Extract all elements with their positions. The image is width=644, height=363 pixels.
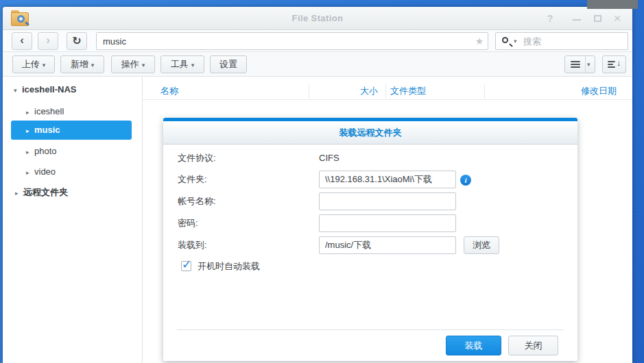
sort-lines-icon	[608, 61, 615, 69]
account-label: 帐号名称:	[178, 195, 216, 208]
back-button[interactable]: ‹	[12, 32, 32, 50]
folder-tree-sidebar: ▾iceshell-NAS ▸iceshell ▸music ▸photo ▸v…	[3, 77, 143, 363]
caret-down-icon: ▾	[191, 62, 195, 68]
column-divider	[385, 84, 386, 99]
window-title: File Station	[3, 7, 632, 30]
window-titlebar[interactable]: File Station ? ×	[3, 7, 632, 30]
sidebar-item-video[interactable]: ▸video	[26, 165, 56, 179]
sort-arrow-icon: ↓	[617, 58, 621, 68]
mount-path-input[interactable]	[319, 236, 456, 254]
sidebar-item-label: music	[34, 125, 60, 135]
background-window-edge	[587, 0, 638, 9]
protocol-value: CIFS	[319, 151, 339, 165]
desktop-background: File Station ? × ‹ › ↻ ★ ▾ 搜索	[0, 0, 644, 363]
list-view-icon	[571, 61, 580, 69]
create-button-label: 新增	[71, 59, 88, 69]
dialog-footer-divider	[177, 329, 564, 330]
create-button[interactable]: 新增▾	[60, 55, 104, 73]
sidebar-item-label: iceshell-NAS	[22, 84, 76, 95]
mount-to-label: 装载到:	[178, 238, 207, 252]
info-icon[interactable]: i	[460, 175, 471, 186]
browse-button[interactable]: 浏览	[464, 236, 499, 254]
maximize-icon[interactable]	[591, 7, 605, 30]
caret-down-icon: ▾	[142, 62, 145, 68]
settings-button[interactable]: 设置	[210, 55, 247, 73]
folder-path-input[interactable]	[319, 171, 456, 188]
close-button[interactable]: 关闭	[508, 336, 558, 355]
file-station-window: File Station ? × ‹ › ↻ ★ ▾ 搜索	[3, 7, 632, 363]
upload-button-label: 上传	[22, 59, 40, 69]
mount-button[interactable]: 装载	[446, 336, 501, 355]
refresh-button[interactable]: ↻	[67, 32, 87, 50]
caret-down-icon: ▾	[91, 62, 95, 68]
forward-button[interactable]: ›	[38, 32, 58, 50]
maximize-glyph	[594, 15, 601, 22]
upload-button[interactable]: 上传▾	[12, 55, 55, 73]
settings-button-label: 设置	[219, 59, 237, 69]
sidebar-item-music[interactable]: ▸music	[11, 121, 132, 140]
file-list-area: 名称 大小 文件类型 修改日期 装载远程文件夹 文件协议: CIFS 文件夹:	[143, 77, 632, 363]
sidebar-item-label: iceshell	[34, 106, 64, 116]
search-options-caret-icon[interactable]: ▾	[514, 33, 517, 49]
column-header-type[interactable]: 文件类型	[390, 82, 426, 100]
file-list-header: 名称 大小 文件类型 修改日期	[143, 82, 632, 100]
content-area: ▾iceshell-NAS ▸iceshell ▸music ▸photo ▸v…	[3, 77, 632, 363]
navigation-bar: ‹ › ↻ ★ ▾ 搜索	[3, 30, 632, 52]
tools-button-label: 工具	[171, 59, 189, 69]
search-input[interactable]: ▾ 搜索	[495, 32, 628, 50]
action-button[interactable]: 操作▾	[111, 55, 155, 73]
column-header-size[interactable]: 大小	[309, 82, 378, 100]
star-icon[interactable]: ★	[472, 32, 487, 50]
search-icon	[502, 37, 508, 43]
forward-icon: ›	[46, 34, 50, 47]
sidebar-item-photo[interactable]: ▸photo	[26, 145, 57, 158]
account-input[interactable]	[319, 192, 456, 210]
minimize-glyph	[573, 19, 581, 21]
caret-down-icon: ▾	[43, 62, 46, 68]
chevron-collapsed-icon[interactable]: ▸	[26, 105, 34, 119]
path-input[interactable]	[96, 32, 488, 50]
sidebar-item-iceshell-nas[interactable]: ▾iceshell-NAS	[14, 83, 76, 97]
view-mode-button[interactable]: ▾	[564, 55, 595, 73]
sidebar-item-label: video	[34, 166, 56, 177]
sort-button[interactable]: ↓	[602, 55, 626, 73]
column-header-modified[interactable]: 修改日期	[484, 82, 617, 100]
auto-mount-label[interactable]: 开机时自动装载	[198, 260, 260, 273]
button-divider	[585, 56, 586, 73]
close-icon[interactable]: ×	[610, 7, 624, 30]
column-header-name[interactable]: 名称	[160, 82, 178, 100]
chevron-collapsed-icon[interactable]: ▸	[26, 121, 34, 140]
action-button-label: 操作	[121, 59, 139, 69]
protocol-label: 文件协议:	[178, 151, 216, 165]
chevron-collapsed-icon[interactable]: ▸	[26, 166, 34, 179]
sidebar-item-label: 远程文件夹	[23, 187, 68, 197]
tools-button[interactable]: 工具▾	[160, 55, 204, 73]
checkmark-icon: ✓	[182, 258, 191, 272]
action-toolbar: 上传▾ 新增▾ 操作▾ 工具▾ 设置 ▾ ↓	[3, 52, 632, 77]
minimize-icon[interactable]	[570, 7, 584, 30]
chevron-collapsed-icon[interactable]: ▸	[15, 186, 23, 200]
dialog-title[interactable]: 装载远程文件夹	[163, 121, 577, 145]
sidebar-item-label: photo	[34, 146, 57, 156]
mount-remote-folder-dialog: 装载远程文件夹 文件协议: CIFS 文件夹: i 帐号名称: 密码: 装载到:…	[163, 118, 577, 361]
auto-mount-checkbox[interactable]: ✓	[181, 261, 191, 271]
view-mode-caret-icon[interactable]: ▾	[587, 56, 591, 73]
search-placeholder: 搜索	[523, 33, 541, 49]
help-icon[interactable]: ?	[543, 7, 557, 30]
chevron-expanded-icon[interactable]: ▾	[14, 84, 22, 97]
password-input[interactable]	[319, 214, 456, 232]
folder-label: 文件夹:	[178, 173, 207, 186]
sidebar-item-remote-folders[interactable]: ▸远程文件夹	[15, 186, 68, 199]
chevron-collapsed-icon[interactable]: ▸	[26, 145, 34, 159]
refresh-icon: ↻	[72, 35, 81, 47]
password-label: 密码:	[178, 216, 198, 230]
sidebar-item-iceshell[interactable]: ▸iceshell	[26, 105, 64, 118]
back-icon: ‹	[20, 34, 24, 47]
